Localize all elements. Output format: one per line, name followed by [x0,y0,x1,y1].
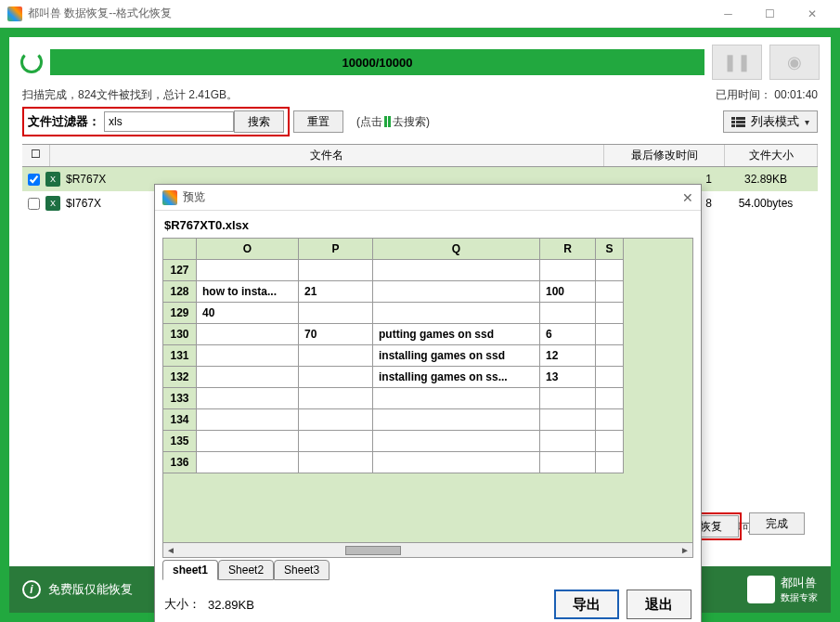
cell[interactable]: 40 [197,303,299,324]
row-number[interactable]: 136 [163,452,197,473]
cell[interactable]: 6 [540,324,596,345]
cell[interactable] [373,409,540,431]
search-button[interactable]: 搜索 [234,110,284,133]
cell[interactable]: 21 [299,281,373,303]
col-header[interactable]: S [596,239,624,260]
row-checkbox[interactable] [28,174,40,186]
col-header[interactable]: Q [373,239,540,260]
select-all-checkbox[interactable]: ☐ [22,145,50,166]
cell[interactable] [299,367,373,388]
cell[interactable] [299,409,373,431]
cell[interactable] [540,388,596,409]
cell[interactable] [197,431,299,452]
preview-close-button[interactable]: ✕ [682,190,693,205]
cell[interactable] [540,452,596,473]
maximize-button[interactable]: ☐ [749,0,791,28]
horizontal-scrollbar[interactable]: ◄ ► [163,542,692,557]
tab-sheet3[interactable]: Sheet3 [274,560,330,580]
cell[interactable] [596,452,624,473]
window-title: 都叫兽 数据恢复--格式化恢复 [28,6,172,21]
cell[interactable]: 13 [540,367,596,388]
cell[interactable] [299,345,373,367]
app-logo-icon [7,6,22,21]
cell[interactable] [596,388,624,409]
row-number[interactable]: 129 [163,303,197,324]
row-number[interactable]: 131 [163,345,197,367]
cell[interactable] [373,431,540,452]
row-number[interactable]: 133 [163,388,197,409]
cell[interactable] [596,409,624,431]
export-button[interactable]: 导出 [554,590,619,619]
cell[interactable] [596,260,624,281]
cell[interactable] [299,303,373,324]
row-checkbox[interactable] [28,198,40,210]
close-button[interactable]: ✕ [791,0,833,28]
col-header[interactable] [163,239,197,260]
cell[interactable] [299,388,373,409]
cell[interactable] [197,388,299,409]
cell[interactable] [373,388,540,409]
row-number[interactable]: 130 [163,324,197,345]
row-number[interactable]: 127 [163,260,197,281]
scroll-right-icon[interactable]: ► [678,545,692,555]
col-header[interactable]: O [197,239,299,260]
stop-button[interactable]: ◉ [769,45,820,80]
filter-box: 文件过滤器： 搜索 [22,107,290,136]
minimize-button[interactable]: ─ [707,0,749,28]
cell[interactable] [540,303,596,324]
tab-sheet2[interactable]: Sheet2 [218,560,274,580]
done-button[interactable]: 完成 [749,512,805,535]
cell[interactable] [299,452,373,473]
cell[interactable]: 70 [299,324,373,345]
cell[interactable] [373,452,540,473]
scroll-left-icon[interactable]: ◄ [163,545,178,555]
cell[interactable] [373,303,540,324]
cell[interactable]: how to insta... [197,281,299,303]
cell[interactable] [197,324,299,345]
cell[interactable] [197,260,299,281]
scroll-thumb[interactable] [345,546,401,555]
cell[interactable] [540,260,596,281]
cell[interactable]: installing games on ss... [373,367,540,388]
col-header[interactable]: R [540,239,596,260]
scan-status: 扫描完成，824文件被找到，总计 2.41GB。 [22,87,238,103]
cell[interactable] [596,303,624,324]
col-header[interactable]: P [299,239,373,260]
row-number[interactable]: 135 [163,431,197,452]
cell[interactable] [596,431,624,452]
exit-button[interactable]: 退出 [627,590,691,619]
cell[interactable] [373,260,540,281]
cell[interactable]: 100 [540,281,596,303]
tab-sheet1[interactable]: sheet1 [162,560,218,580]
row-number[interactable]: 134 [163,409,197,431]
col-size[interactable]: 文件大小 [725,145,818,166]
cell[interactable] [596,324,624,345]
window-controls: ─ ☐ ✕ [707,0,833,28]
cell[interactable] [299,431,373,452]
col-filename[interactable]: 文件名 [50,145,604,166]
cell[interactable]: 12 [540,345,596,367]
cell[interactable] [197,409,299,431]
cell[interactable] [299,260,373,281]
row-number[interactable]: 128 [163,281,197,303]
filter-input[interactable] [104,111,234,132]
view-mode-dropdown[interactable]: 列表模式 ▾ [723,110,818,133]
cell[interactable] [596,281,624,303]
col-date[interactable]: 最后修改时间 [604,145,725,166]
row-number[interactable]: 132 [163,367,197,388]
spreadsheet-area[interactable]: OPQRS127128how to insta...21100129401307… [162,238,693,558]
cell[interactable] [596,367,624,388]
cell[interactable]: putting games on ssd [373,324,540,345]
cell[interactable] [540,431,596,452]
pause-button[interactable]: ❚❚ [712,45,762,80]
cell[interactable] [197,452,299,473]
cell[interactable] [373,281,540,303]
cell[interactable] [197,345,299,367]
cell[interactable] [540,409,596,431]
preview-title-text: 预览 [183,189,205,205]
cell[interactable] [197,367,299,388]
file-size: 54.00bytes [719,197,812,210]
cell[interactable] [596,345,624,367]
reset-button[interactable]: 重置 [293,110,343,133]
cell[interactable]: installing games on ssd [373,345,540,367]
